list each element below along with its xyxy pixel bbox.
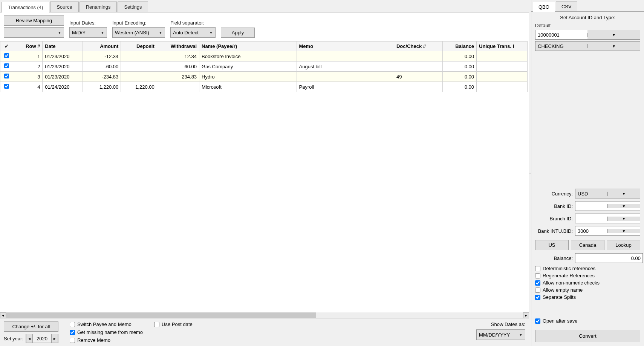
cell-name: Hydro — [199, 72, 297, 82]
row-checkbox[interactable] — [4, 84, 9, 89]
scroll-left-icon[interactable]: ◄ — [0, 312, 6, 318]
separate-splits-checkbox[interactable]: Separate Splits — [535, 294, 640, 300]
branch-id-combo[interactable]: ▼ — [575, 214, 640, 223]
convert-button[interactable]: Convert — [535, 330, 640, 342]
table-row[interactable]: 401/24/20201,220.001,220.00MicrosoftPayr… — [0, 82, 528, 92]
col-check[interactable]: ✓ — [0, 42, 13, 51]
remove-memo-label: Remove Memo — [77, 337, 110, 343]
mapping-combo[interactable]: ▼ — [4, 27, 64, 38]
chevron-down-icon: ▼ — [587, 33, 640, 37]
open-after-checkbox[interactable]: Open after save — [535, 318, 640, 324]
scroll-thumb[interactable] — [6, 312, 316, 318]
account-type-value: CHECKING — [535, 43, 587, 49]
show-dates-combo[interactable]: MM/DD/YYYY ▼ — [476, 329, 525, 340]
col-withdrawal[interactable]: Withdrawal — [157, 42, 199, 51]
allow-nonnum-checkbox[interactable]: Allow non-numeric checks — [535, 280, 640, 286]
row-checkbox[interactable] — [4, 74, 9, 78]
tab-settings[interactable]: Settings — [118, 2, 148, 12]
tab-transactions[interactable]: Transactions (4) — [2, 2, 49, 12]
get-missing-label: Get missing name from memo — [77, 329, 143, 335]
year-increment-button[interactable]: ► — [51, 334, 58, 343]
col-deposit[interactable]: Deposit — [121, 42, 157, 51]
tab-csv[interactable]: CSV — [556, 2, 577, 11]
cell-date: 01/24/2020 — [43, 82, 83, 92]
deterministic-checkbox[interactable]: Deterministic references — [535, 266, 640, 271]
review-mapping-button[interactable]: Review Mapping — [4, 15, 64, 26]
chevron-down-icon: ▼ — [209, 31, 213, 35]
horizontal-scrollbar[interactable]: ◄ ► — [0, 312, 529, 318]
chevron-down-icon: ▼ — [159, 31, 162, 35]
us-button[interactable]: US — [535, 240, 569, 250]
change-sign-button[interactable]: Change +/- for all — [4, 321, 58, 332]
get-missing-checkbox[interactable]: Get missing name from memo — [70, 329, 143, 335]
cell-name: Bookstore Invoice — [199, 51, 297, 62]
cell-row: 4 — [13, 82, 43, 92]
input-encoding-combo[interactable]: Western (ANSI) ▼ — [112, 27, 165, 38]
account-id-value: 10000001 — [535, 30, 587, 39]
grid-header-row: ✓ Row # Date Amount Deposit Withdrawal N… — [0, 42, 528, 51]
col-uid[interactable]: Unique Trans. I — [477, 42, 528, 51]
cell-amount: -12.34 — [83, 51, 121, 62]
col-row[interactable]: Row # — [13, 42, 43, 51]
col-memo[interactable]: Memo — [297, 42, 394, 51]
switch-payee-label: Switch Payee and Memo — [77, 321, 132, 327]
input-encoding-label: Input Encoding: — [112, 20, 165, 26]
input-dates-combo[interactable]: M/D/Y ▼ — [69, 27, 107, 38]
allow-empty-checkbox[interactable]: Allow empty name — [535, 287, 640, 293]
cell-withdrawal: 234.83 — [157, 72, 199, 82]
scroll-right-icon[interactable]: ► — [523, 312, 529, 318]
year-decrement-button[interactable]: ◄ — [26, 334, 33, 343]
bottom-bar: Change +/- for all Set year: ◄ 2020 ► Sw… — [0, 318, 529, 346]
row-checkbox[interactable] — [4, 53, 9, 58]
regenerate-checkbox[interactable]: Regenerate References — [535, 273, 640, 278]
col-amount[interactable]: Amount — [83, 42, 121, 51]
account-id-combo[interactable]: 10000001 ▼ — [535, 30, 640, 40]
cell-date: 01/23/2020 — [43, 51, 83, 62]
table-row[interactable]: 301/23/2020-234.83234.83Hydro490.00 — [0, 72, 528, 82]
field-separator-combo[interactable]: Auto Detect ▼ — [170, 27, 216, 38]
table-row[interactable]: 101/23/2020-12.3412.34Bookstore Invoice0… — [0, 51, 528, 62]
splitter-handle-icon: ◦ — [529, 171, 531, 175]
cell-withdrawal: 60.00 — [157, 62, 199, 72]
deterministic-label: Deterministic references — [543, 266, 595, 271]
intubid-combo[interactable]: 3000 ▼ — [575, 226, 640, 236]
canada-button[interactable]: Canada — [571, 240, 604, 250]
chevron-down-icon: ▼ — [587, 44, 640, 48]
use-post-date-checkbox[interactable]: Use Post date — [154, 321, 193, 327]
switch-payee-checkbox[interactable]: Switch Payee and Memo — [70, 321, 143, 327]
table-row[interactable]: 201/23/2020-60.0060.00Gas CompanyAugust … — [0, 62, 528, 72]
cell-row: 3 — [13, 72, 43, 82]
allow-empty-label: Allow empty name — [543, 287, 583, 293]
transactions-grid[interactable]: ✓ Row # Date Amount Deposit Withdrawal N… — [0, 41, 529, 312]
intubid-label: Bank INTU.BID: — [535, 228, 573, 234]
account-type-combo[interactable]: CHECKING ▼ — [535, 41, 640, 51]
lookup-button[interactable]: Lookup — [607, 240, 640, 250]
cell-uid — [477, 72, 528, 82]
tab-source[interactable]: Source — [50, 2, 78, 12]
col-name[interactable]: Name (Payee/r) — [199, 42, 297, 51]
chevron-down-icon: ▼ — [607, 217, 640, 221]
cell-date: 01/23/2020 — [43, 62, 83, 72]
apply-button[interactable]: Apply — [221, 28, 255, 38]
tab-qbo[interactable]: QBO — [533, 2, 555, 12]
cell-uid — [477, 51, 528, 62]
bank-id-combo[interactable]: ▼ — [575, 201, 640, 211]
col-balance[interactable]: Balance — [443, 42, 477, 51]
cell-withdrawal: 12.34 — [157, 51, 199, 62]
scroll-track[interactable] — [6, 312, 523, 318]
row-checkbox[interactable] — [4, 63, 9, 68]
tab-renamings[interactable]: Renamings — [80, 2, 117, 12]
col-date[interactable]: Date — [43, 42, 83, 51]
show-dates-value: MM/DD/YYYY — [479, 332, 510, 338]
separate-splits-label: Separate Splits — [543, 294, 576, 300]
year-stepper[interactable]: ◄ 2020 ► — [26, 334, 58, 343]
balance-input[interactable] — [575, 253, 643, 263]
cell-doc — [394, 82, 442, 92]
use-post-date-label: Use Post date — [162, 321, 193, 327]
right-title: Set Account ID and Type: — [535, 15, 640, 20]
cell-memo: August bill — [297, 62, 394, 72]
col-doc[interactable]: Doc/Check # — [394, 42, 442, 51]
remove-memo-checkbox[interactable]: Remove Memo — [70, 337, 143, 343]
cell-row: 1 — [13, 51, 43, 62]
currency-combo[interactable]: USD ▼ — [575, 189, 640, 198]
